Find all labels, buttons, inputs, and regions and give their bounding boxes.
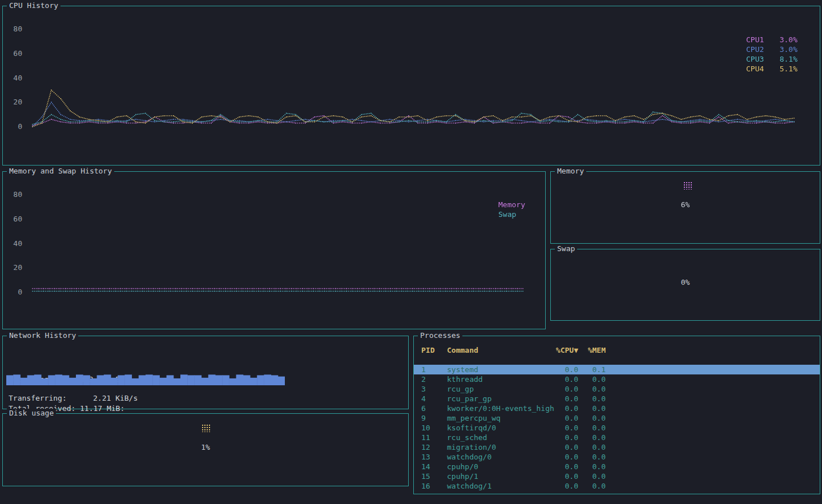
transferring-label: Transferring:: [9, 393, 93, 403]
y-tick-label: 60: [2, 49, 22, 58]
system-monitor-app: CPU History 020406080 CPU1 3.0% CPU2 3.0…: [0, 0, 822, 504]
disk-usage-title: Disk usage: [7, 409, 56, 417]
column-pid: PID: [421, 345, 447, 355]
process-row[interactable]: 12migration/00.00.0: [414, 442, 820, 452]
process-row[interactable]: 15cpuhp/10.00.0: [414, 471, 820, 481]
memory-gauge-dots: [683, 182, 693, 189]
process-rows: 1systemd0.00.12kthreadd0.00.03rcu_gp0.00…: [414, 365, 820, 491]
cpu4-label: CPU4: [746, 64, 764, 74]
y-tick-label: 20: [2, 98, 22, 107]
disk-gauge-dots: [202, 424, 211, 432]
process-row[interactable]: 11rcu_sched0.00.0: [414, 433, 820, 442]
swap-gauge-title: Swap: [555, 244, 577, 253]
processes-title: Processes: [418, 331, 462, 340]
processes-panel: Processes PID Command %CPU▼ %MEM 1system…: [413, 336, 820, 494]
memory-y-axis: 020406080: [3, 172, 23, 329]
cpu1-label: CPU1: [746, 35, 764, 45]
process-table-header: PID Command %CPU▼ %MEM: [414, 345, 820, 355]
cpu1-legend-row: CPU1 3.0%: [746, 35, 797, 45]
y-tick-label: 80: [2, 190, 22, 199]
disk-usage-panel: Disk usage 1%: [2, 413, 409, 486]
y-tick-label: 40: [2, 239, 22, 248]
process-row[interactable]: 9mm_percpu_wq0.00.0: [414, 413, 820, 423]
y-tick-label: 20: [2, 263, 22, 272]
y-tick-label: 80: [2, 25, 22, 34]
network-transferring-line: Transferring:2.21 KiB/s: [9, 393, 138, 403]
swap-legend-label: Swap: [498, 209, 525, 219]
process-row[interactable]: 4rcu_par_gp0.00.0: [414, 394, 820, 404]
cpu2-value: 3.0%: [780, 45, 797, 54]
process-row[interactable]: 13watchdog/00.00.0: [414, 452, 820, 462]
process-row[interactable]: 14cpuhp/00.00.0: [414, 462, 820, 471]
memory-gauge-panel: Memory 6%: [550, 171, 820, 244]
cpu4-value: 5.1%: [780, 64, 797, 74]
cpu1-value: 3.0%: [780, 35, 797, 45]
process-row[interactable]: 16watchdog/10.00.0: [414, 481, 820, 491]
column-cpu-sort[interactable]: %CPU▼: [554, 345, 578, 355]
memory-gauge-value: 6%: [551, 200, 820, 209]
y-tick-label: 40: [2, 74, 22, 83]
swap-gauge-panel: Swap 0%: [550, 249, 820, 321]
memory-swap-history-panel: Memory and Swap History 020406080 Memory…: [2, 171, 546, 329]
memory-swap-legend: Memory Swap: [498, 200, 525, 219]
cpu-history-graph: [31, 23, 796, 132]
cpu3-label: CPU3: [746, 54, 764, 64]
memory-gauge-title: Memory: [555, 167, 586, 175]
cpu3-legend-row: CPU3 8.1%: [746, 54, 797, 64]
memory-swap-graph: [31, 189, 525, 297]
cpu4-legend-row: CPU4 5.1%: [746, 64, 797, 74]
cpu-y-axis: 020406080: [3, 6, 23, 165]
y-tick-label: 60: [2, 215, 22, 224]
cpu2-label: CPU2: [746, 45, 764, 54]
network-receive-sparkline: [6, 373, 285, 385]
cpu3-value: 8.1%: [780, 54, 797, 64]
cpu-legend: CPU1 3.0% CPU2 3.0% CPU3 8.1% CPU4 5.1%: [746, 35, 797, 74]
column-mem: %MEM: [578, 345, 606, 355]
network-history-panel: Network History Receiving:332.00 B/s Tot…: [2, 336, 409, 409]
process-row[interactable]: 10ksoftirqd/00.00.0: [414, 423, 820, 433]
transferring-value: 2.21 KiB/s: [93, 394, 138, 402]
y-tick-label: 0: [2, 122, 22, 131]
y-tick-label: 0: [2, 288, 22, 297]
process-row[interactable]: 2kthreadd0.00.0: [414, 374, 820, 384]
column-command: Command: [447, 345, 554, 355]
swap-gauge-value: 0%: [551, 277, 820, 287]
memory-legend-label: Memory: [498, 200, 525, 209]
process-row[interactable]: 6kworker/0:0H-events_high0.00.0: [414, 404, 820, 413]
process-row[interactable]: 1systemd0.00.1: [414, 365, 820, 374]
process-row[interactable]: 3rcu_gp0.00.0: [414, 384, 820, 394]
cpu-history-panel: CPU History 020406080 CPU1 3.0% CPU2 3.0…: [2, 6, 820, 166]
cpu2-legend-row: CPU2 3.0%: [746, 45, 797, 54]
disk-gauge-value: 1%: [3, 442, 408, 452]
network-history-title: Network History: [7, 331, 78, 340]
total-received-value: 11.17 MiB:: [80, 404, 124, 413]
